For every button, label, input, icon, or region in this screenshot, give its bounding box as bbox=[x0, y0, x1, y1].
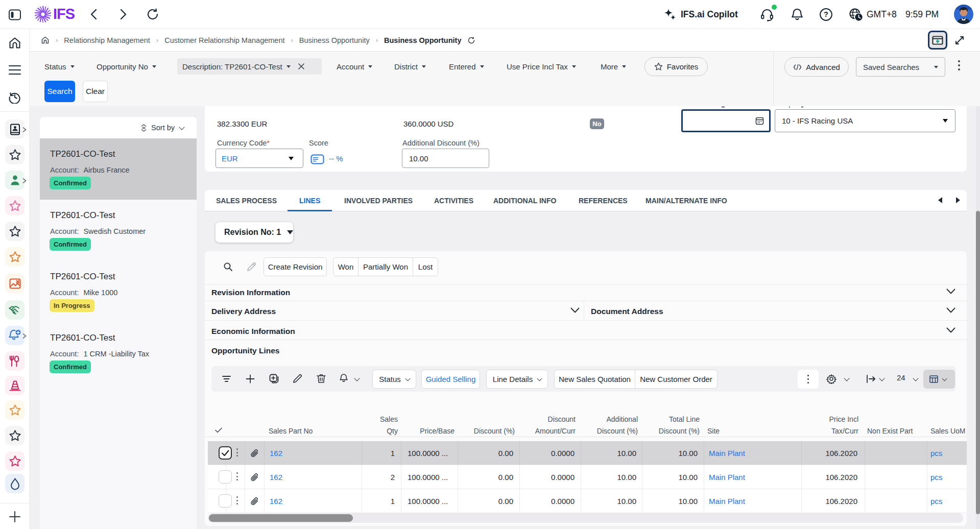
svg-text:?: ? bbox=[824, 10, 828, 18]
